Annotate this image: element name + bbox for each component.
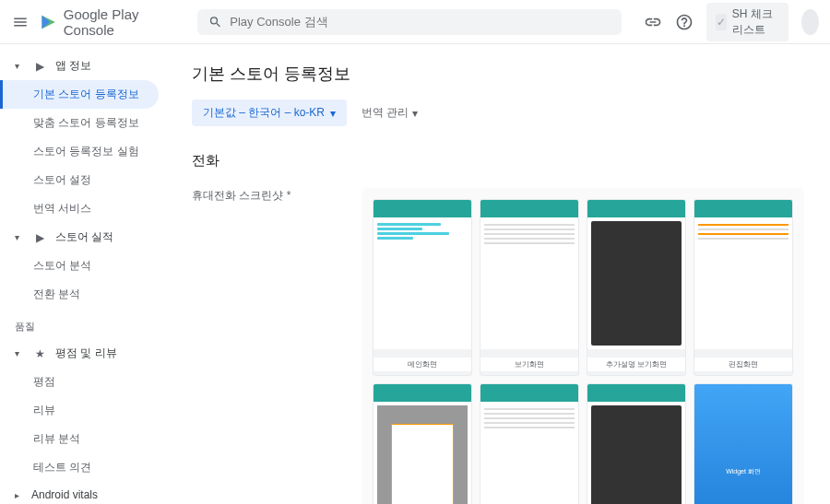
- chevron-right-icon: ▸: [15, 490, 26, 500]
- sidebar-item[interactable]: 테스트 의견: [0, 453, 159, 482]
- check-icon: ✓: [716, 14, 727, 30]
- app-header: Google Play Console ✓ SH 체크리스트: [0, 0, 830, 44]
- thumbnail-grid: 메인화면보기화면추가설명 보기화면편집화면추가설명 편집화면Widget 화면: [373, 199, 793, 504]
- checklist-label: SH 체크리스트: [732, 6, 780, 38]
- sidebar-item[interactable]: 번역 서비스: [0, 194, 159, 223]
- sidebar-item[interactable]: 평점: [0, 368, 159, 396]
- search-box[interactable]: [197, 9, 622, 35]
- nav-label: 평점 및 리뷰: [55, 346, 117, 361]
- sidebar-item[interactable]: 맞춤 스토어 등록정보: [0, 109, 159, 137]
- language-chip[interactable]: 기본값 – 한국어 – ko-KR ▾: [192, 100, 347, 126]
- chevron-down-icon: ▾: [412, 107, 418, 120]
- screenshot-thumbnail[interactable]: [587, 383, 686, 504]
- search-icon: [208, 15, 222, 29]
- search-input[interactable]: [230, 15, 611, 29]
- sidebar-item-vitals[interactable]: ▸ Android vitals: [0, 482, 159, 504]
- checklist-badge[interactable]: ✓ SH 체크리스트: [706, 3, 788, 41]
- logo-text: Google Play Console: [64, 6, 168, 38]
- header-actions: ✓ SH 체크리스트: [644, 3, 819, 41]
- nav-label: 기본 스토어 등록정보: [33, 87, 139, 102]
- help-icon[interactable]: [675, 13, 694, 31]
- lang-label: 기본값 – 한국어 – ko-KR: [203, 105, 325, 121]
- sidebar-group-header[interactable]: ▾★평점 및 리뷰: [0, 339, 159, 368]
- nav-label: 전환 분석: [33, 287, 80, 302]
- chevron-down-icon: ▾: [15, 61, 26, 71]
- sidebar-item[interactable]: 스토어 설정: [0, 166, 159, 194]
- chevron-down-icon: ▾: [15, 348, 26, 358]
- screenshot-thumbnail[interactable]: 추가설명 편집화면: [373, 383, 472, 504]
- screenshot-thumbnail[interactable]: 메인화면: [373, 199, 472, 376]
- sidebar-item[interactable]: 리뷰 분석: [0, 425, 159, 453]
- screenshot-thumbnail[interactable]: [480, 383, 579, 504]
- quality-section-title: 품질: [0, 309, 166, 339]
- sidebar-item[interactable]: 스토어 등록정보 실험: [0, 137, 159, 166]
- screenshot-thumbnail[interactable]: 보기화면: [480, 199, 579, 376]
- screenshot-thumbnail[interactable]: Widget 화면: [694, 383, 793, 504]
- chevron-down-icon: ▾: [15, 232, 26, 242]
- screenshot-thumbnail[interactable]: 편집화면: [694, 199, 793, 376]
- nav-label: 리뷰 분석: [33, 431, 80, 447]
- main-content: 기본 스토어 등록정보 기본값 – 한국어 – ko-KR ▾ 번역 관리 ▾ …: [166, 44, 830, 504]
- menu-icon[interactable]: [11, 11, 29, 33]
- play-icon: ▶: [31, 231, 48, 244]
- nav-label: 리뷰: [33, 403, 55, 418]
- page-title: 기본 스토어 등록정보: [192, 63, 804, 85]
- section-title: 전화: [192, 152, 804, 170]
- star-icon: ★: [31, 347, 48, 360]
- sidebar-group-header[interactable]: ▾▶앱 정보: [0, 52, 159, 80]
- sidebar-item[interactable]: 기본 스토어 등록정보: [0, 80, 159, 109]
- play-icon: ▶: [31, 60, 48, 73]
- logo[interactable]: Google Play Console: [40, 6, 168, 38]
- sidebar-item[interactable]: 전환 분석: [0, 280, 159, 309]
- field-label: 휴대전화 스크린샷 *: [192, 188, 339, 204]
- screenshot-field: 휴대전화 스크린샷 * 메인화면보기화면추가설명 보기화면편집화면추가설명 편집…: [192, 188, 804, 504]
- nav-label: 스토어 분석: [33, 258, 91, 274]
- translate-label: 번역 관리: [362, 105, 409, 121]
- nav-label: 앱 정보: [55, 58, 91, 74]
- screenshot-container: 메인화면보기화면추가설명 보기화면편집화면추가설명 편집화면Widget 화면 …: [362, 188, 804, 504]
- translate-menu[interactable]: 번역 관리 ▾: [362, 105, 418, 121]
- chevron-down-icon: ▾: [330, 107, 336, 120]
- sidebar-item[interactable]: 스토어 분석: [0, 252, 159, 280]
- nav-label: 맞춤 스토어 등록정보: [33, 115, 139, 131]
- screenshot-thumbnail[interactable]: 추가설명 보기화면: [587, 199, 686, 376]
- nav-label: 스토어 등록정보 실험: [33, 144, 139, 159]
- nav-label: 스토어 설정: [33, 172, 91, 188]
- nav-label: Android vitals: [31, 488, 98, 501]
- link-icon[interactable]: [644, 13, 662, 31]
- nav-label: 번역 서비스: [33, 201, 91, 217]
- sidebar-group-header[interactable]: ▾▶스토어 실적: [0, 223, 159, 252]
- avatar[interactable]: [801, 9, 819, 35]
- language-row: 기본값 – 한국어 – ko-KR ▾ 번역 관리 ▾: [192, 100, 804, 126]
- sidebar: ▾▶앱 정보기본 스토어 등록정보맞춤 스토어 등록정보스토어 등록정보 실험스…: [0, 44, 166, 504]
- sidebar-item[interactable]: 리뷰: [0, 396, 159, 425]
- nav-label: 스토어 실적: [55, 229, 113, 245]
- nav-label: 평점: [33, 374, 55, 390]
- nav-label: 테스트 의견: [33, 460, 91, 475]
